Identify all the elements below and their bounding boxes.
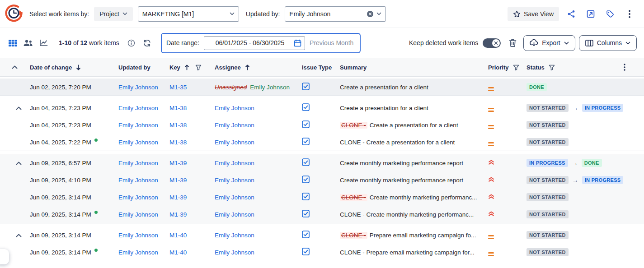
collapse-group-button[interactable]	[14, 231, 24, 240]
issue-key-link[interactable]: M1-39	[169, 177, 187, 184]
assignee-link[interactable]: Emily Johnson	[215, 249, 254, 256]
more-menu-button[interactable]	[622, 7, 637, 21]
updated-by-link[interactable]: Emily Johnson	[118, 139, 158, 146]
table-row[interactable]: Jun 04, 2025, 7:23 PM Emily Johnson M1-3…	[0, 116, 644, 134]
col-status[interactable]: Status	[524, 64, 621, 71]
updated-by-link[interactable]: Emily Johnson	[118, 194, 158, 201]
floating-widget[interactable]	[0, 249, 9, 264]
updated-by-link[interactable]: Emily Johnson	[118, 122, 158, 129]
assignee-link[interactable]: Emily Johnson	[215, 160, 254, 166]
col-label: Summary	[340, 64, 367, 71]
assignee-link[interactable]: Emily Johnson	[215, 232, 254, 239]
table-row[interactable]: Jun 09, 2025, 3:14 PM Emily Johnson M1-4…	[0, 244, 644, 261]
summary-cell: CLONE - Prepare email marketing campaign…	[337, 249, 485, 256]
col-summary[interactable]: Summary	[337, 64, 485, 71]
summary-cell: Create monthly marketing performance rep…	[337, 177, 485, 184]
sort-asc-icon[interactable]	[245, 65, 250, 70]
export-view-button[interactable]	[583, 7, 598, 21]
updated-by-link[interactable]: Emily Johnson	[118, 84, 158, 91]
chart-view-button[interactable]	[36, 36, 51, 50]
col-assignee[interactable]: Assignee	[212, 64, 299, 71]
task-type-icon	[302, 85, 310, 92]
date-range-input[interactable]: 06/01/2025 - 06/30/2025	[204, 36, 305, 50]
tag-icon	[606, 10, 614, 18]
table-view-icon	[8, 39, 17, 47]
project-dropdown-button[interactable]: Project	[94, 7, 133, 21]
issue-type-cell	[299, 103, 337, 112]
col-issue-type[interactable]: Issue Type	[299, 64, 337, 71]
status-cell: NOT STARTED	[524, 138, 621, 146]
assignee-link[interactable]: Emily Johnson	[215, 139, 254, 146]
save-view-button[interactable]: Save View	[508, 7, 559, 21]
collapse-group-button[interactable]	[14, 159, 24, 167]
assignee-link[interactable]: Emily Johnson	[215, 105, 254, 111]
table-row[interactable]: Jun 09, 2025, 3:14 PM Emily Johnson M1-3…	[0, 206, 644, 223]
project-select[interactable]: MARKETING [M1]	[138, 6, 239, 22]
table-view-button[interactable]	[5, 36, 20, 50]
assignee-link[interactable]: Emily Johnson	[215, 177, 254, 184]
updated-by-link[interactable]: Emily Johnson	[118, 232, 158, 239]
date-range-value: 06/01/2025 - 06/30/2025	[206, 39, 294, 46]
filter-icon[interactable]	[195, 65, 202, 70]
col-updated-by[interactable]: Updated by	[116, 64, 167, 71]
col-priority[interactable]: Priority	[485, 64, 524, 71]
date-of-change-cell: Jun 09, 2025, 3:14 PM	[27, 194, 116, 201]
chevron-down-icon	[564, 42, 569, 45]
updated-by-select[interactable]: Emily Johnson	[285, 6, 386, 22]
refresh-button[interactable]	[141, 36, 154, 50]
sort-asc-icon[interactable]	[184, 65, 189, 70]
issue-key-link[interactable]: M1-39	[169, 194, 187, 201]
tag-button[interactable]	[603, 7, 617, 21]
issue-key-link[interactable]: M1-38	[169, 122, 187, 129]
status-cell: NOT STARTED	[524, 231, 621, 239]
keep-deleted-toggle[interactable]	[483, 38, 501, 48]
status-badge: DONE	[582, 159, 602, 167]
issue-key-link[interactable]: M1-35	[169, 84, 187, 91]
issue-key-link[interactable]: M1-39	[169, 211, 187, 218]
summary-text: Create monthly marketing performance rep…	[340, 177, 463, 184]
table-row[interactable]: Jun 02, 2025, 7:20 PM Emily Johnson M1-3…	[0, 79, 644, 96]
table-row[interactable]: Jun 09, 2025, 3:14 PM Emily Johnson M1-4…	[0, 226, 644, 244]
clear-filter-icon[interactable]	[367, 10, 374, 18]
columns-button[interactable]: Columns	[579, 35, 637, 51]
summary-cell: Create a presentation for a client	[337, 84, 485, 91]
table-row[interactable]: Jun 09, 2025, 3:14 PM Emily Johnson M1-3…	[0, 189, 644, 206]
filter-icon[interactable]	[549, 65, 555, 70]
updated-by-link[interactable]: Emily Johnson	[118, 160, 158, 166]
assignee-link[interactable]: Emily Johnson	[215, 211, 254, 218]
sort-desc-icon[interactable]	[76, 65, 81, 70]
filter-icon[interactable]	[513, 65, 519, 70]
columns-label: Columns	[597, 39, 622, 46]
share-button[interactable]	[564, 7, 578, 21]
priority-highest-icon	[488, 160, 494, 166]
table-row[interactable]: Jun 09, 2025, 4:10 PM Emily Johnson M1-3…	[0, 171, 644, 189]
users-view-button[interactable]	[21, 36, 35, 50]
table-row[interactable]: Jun 04, 2025, 7:23 PM Emily Johnson M1-3…	[0, 99, 644, 116]
collapse-all-button[interactable]	[10, 65, 19, 70]
issue-key-link[interactable]: M1-38	[169, 105, 187, 111]
updated-by-label: Updated by:	[246, 10, 280, 18]
updated-by-link[interactable]: Emily Johnson	[118, 249, 158, 256]
issue-key-link[interactable]: M1-40	[169, 249, 187, 256]
export-button[interactable]: Export	[523, 35, 575, 51]
updated-by-link[interactable]: Emily Johnson	[118, 105, 158, 111]
assignee-link[interactable]: Emily Johnson	[215, 194, 254, 201]
table-row[interactable]: Jun 09, 2025, 6:57 PM Emily Johnson M1-3…	[0, 154, 644, 171]
col-date-of-change[interactable]: Date of change	[27, 64, 116, 71]
updated-by-link[interactable]: Emily Johnson	[118, 177, 158, 184]
col-key[interactable]: Key	[167, 64, 212, 71]
assignee-link[interactable]: Emily Johnson	[215, 122, 254, 129]
issue-key-link[interactable]: M1-40	[169, 232, 187, 239]
updated-by-link[interactable]: Emily Johnson	[118, 211, 158, 218]
delete-button[interactable]	[505, 36, 520, 50]
table-options-button[interactable]	[624, 64, 625, 71]
chevron-up-icon	[16, 105, 22, 111]
summary-text: Create monthly marketing performanc...	[370, 194, 477, 201]
previous-month-button[interactable]: Previous Month	[310, 39, 355, 46]
table-row[interactable]: Jun 04, 2025, 7:22 PM Emily Johnson M1-3…	[0, 134, 644, 151]
info-button[interactable]	[126, 36, 137, 50]
issue-key-link[interactable]: M1-39	[169, 160, 187, 166]
issue-key-link[interactable]: M1-38	[169, 139, 187, 146]
status-badge: NOT STARTED	[526, 104, 569, 112]
collapse-group-button[interactable]	[14, 104, 24, 112]
